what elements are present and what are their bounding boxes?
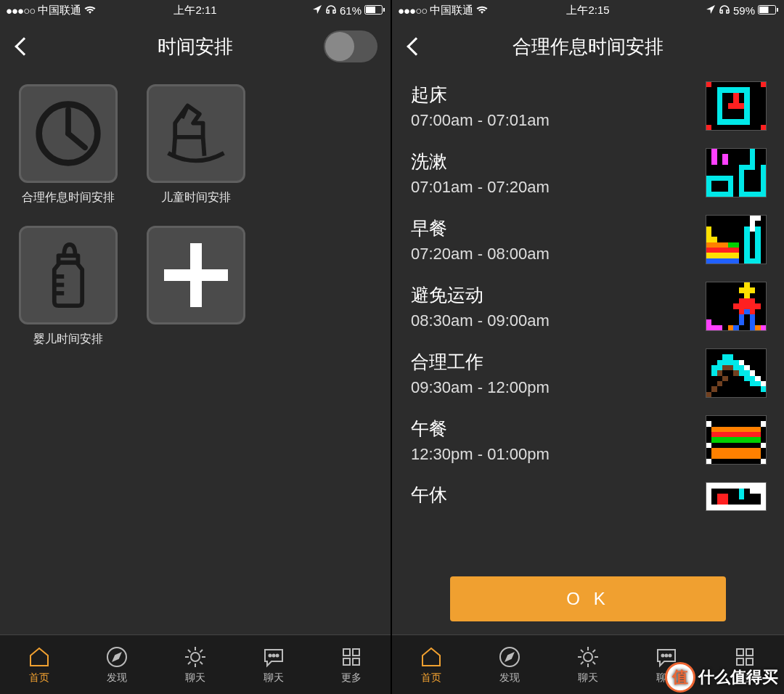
svg-line-41 (581, 650, 584, 653)
tab-bar: 首页 发现 聊天 聊天 更多 (0, 634, 391, 694)
watermark-text: 什么值得买 (698, 666, 778, 688)
svg-point-46 (666, 654, 668, 656)
grid-icon (340, 645, 363, 669)
svg-line-42 (593, 661, 596, 664)
compass-icon (105, 645, 128, 669)
svg-line-6 (173, 137, 175, 156)
back-button[interactable] (405, 32, 427, 61)
svg-point-26 (272, 654, 274, 656)
tab-more[interactable]: 更多 (312, 635, 391, 694)
clock-label: 上午2:11 (0, 4, 391, 17)
svg-rect-9 (59, 256, 78, 263)
svg-point-47 (669, 654, 671, 656)
tab-label: 发现 (107, 671, 127, 685)
status-bar: ●●●○○ 中国联通 上午2:11 61% (0, 0, 391, 20)
nav-bar: 时间安排 (0, 20, 391, 73)
svg-rect-28 (343, 649, 350, 656)
tab-brightness[interactable]: 聊天 (549, 635, 627, 694)
svg-rect-31 (353, 658, 359, 665)
item-time: 08:30am - 09:00am (411, 311, 550, 330)
svg-line-24 (200, 650, 203, 653)
item-title: 避免运动 (411, 283, 550, 307)
plus-icon (160, 239, 232, 311)
ok-button[interactable]: O K (450, 576, 726, 621)
ok-label: O K (566, 589, 609, 609)
list-item[interactable]: 午休 (392, 473, 784, 520)
compass-icon (498, 645, 521, 669)
tab-chat[interactable]: 聊天 (234, 635, 313, 694)
item-title: 合理工作 (411, 350, 550, 374)
tab-label: 首页 (29, 671, 49, 685)
svg-rect-49 (746, 649, 753, 656)
svg-rect-30 (343, 658, 350, 665)
status-bar: ●●●○○ 中国联通 上午2:15 59% (392, 0, 784, 20)
rocking-horse-icon (161, 99, 231, 168)
phone-screen-left: ●●●○○ 中国联通 上午2:11 61% 时间安排 (0, 0, 392, 694)
pixel-art-work-icon (706, 348, 767, 398)
schedule-grid: 合理作息时间安排 儿童时间安排 (0, 73, 391, 347)
tab-brightness[interactable]: 聊天 (156, 635, 234, 694)
back-button[interactable] (13, 32, 35, 61)
tab-label: 聊天 (578, 671, 598, 685)
list-item[interactable]: 合理工作 09:30am - 12:00pm (392, 340, 784, 407)
schedule-tile-baby[interactable]: 婴儿时间安排 (19, 226, 118, 347)
list-item[interactable]: 洗漱 07:01am - 07:20am (392, 139, 784, 206)
tab-label: 聊天 (264, 671, 284, 685)
svg-line-44 (593, 650, 596, 653)
schedule-tile-reasonable[interactable]: 合理作息时间安排 (19, 84, 118, 205)
item-title: 洗漱 (411, 150, 550, 174)
home-icon (28, 645, 51, 669)
svg-line-7 (203, 137, 205, 156)
sun-icon (184, 645, 207, 669)
tab-discover[interactable]: 发现 (470, 635, 549, 694)
tab-home[interactable]: 首页 (0, 635, 78, 694)
schedule-list[interactable]: 起床 07:00am - 07:01am 洗漱 07:01am - 07:20a… (392, 73, 784, 634)
tab-home[interactable]: 首页 (392, 635, 470, 694)
item-title: 午休 (411, 483, 447, 507)
svg-line-23 (188, 661, 191, 664)
baby-bottle-icon (33, 240, 103, 310)
svg-line-43 (581, 661, 584, 664)
schedule-tile-children[interactable]: 儿童时间安排 (147, 84, 245, 205)
tab-discover[interactable]: 发现 (78, 635, 157, 694)
list-item[interactable]: 避免运动 08:30am - 09:00am (392, 273, 784, 340)
tile-label: 儿童时间安排 (161, 190, 231, 205)
list-item[interactable]: 早餐 07:20am - 08:00am (392, 206, 784, 273)
tab-label: 发现 (499, 671, 520, 685)
page-title: 时间安排 (158, 34, 233, 60)
pixel-art-wash-icon (706, 148, 767, 197)
list-item[interactable]: 起床 07:00am - 07:01am (392, 73, 784, 139)
svg-point-36 (584, 653, 592, 661)
tile-label: 婴儿时间安排 (33, 332, 103, 347)
svg-point-16 (191, 653, 200, 661)
chat-icon (262, 645, 285, 669)
svg-point-25 (269, 654, 271, 656)
pixel-art-clock-icon (706, 81, 767, 131)
svg-line-22 (200, 661, 203, 664)
item-title: 午餐 (411, 417, 550, 441)
pixel-art-lunch-icon (706, 415, 767, 465)
item-time: 09:30am - 12:00pm (411, 378, 550, 397)
watermark: 值 什么值得买 (665, 662, 778, 693)
svg-rect-29 (353, 649, 359, 656)
item-time: 07:20am - 08:00am (411, 245, 550, 264)
svg-rect-48 (737, 649, 743, 656)
svg-line-21 (188, 650, 191, 653)
home-icon (420, 645, 443, 669)
nav-bar: 合理作息时间安排 (392, 20, 784, 73)
item-time: 12:30pm - 01:00pm (411, 445, 550, 464)
tab-label: 首页 (421, 671, 441, 685)
toggle-switch[interactable] (324, 30, 377, 62)
tab-label: 聊天 (185, 671, 205, 685)
clock-icon (33, 99, 103, 168)
item-title: 起床 (411, 83, 550, 107)
svg-point-27 (276, 654, 278, 656)
svg-point-45 (662, 654, 664, 656)
phone-screen-right: ●●●○○ 中国联通 上午2:15 59% 合理作息时间安排 起床 07:00a… (392, 0, 784, 694)
schedule-tile-add[interactable] (147, 226, 245, 347)
list-item[interactable]: 午餐 12:30pm - 01:00pm (392, 407, 784, 473)
page-title: 合理作息时间安排 (513, 34, 663, 60)
clock-label: 上午2:15 (392, 4, 784, 17)
tile-label: 合理作息时间安排 (22, 190, 115, 205)
watermark-badge-icon: 值 (665, 662, 695, 693)
